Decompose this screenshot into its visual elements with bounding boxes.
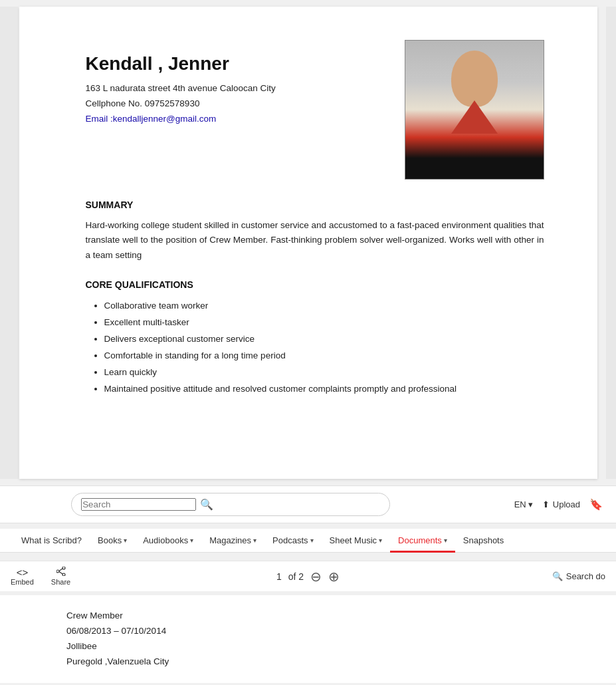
tab-label: Snapshots	[463, 535, 504, 545]
scribd-navbar: 🔍 EN ▾ ⬆ Upload 🔖	[0, 485, 616, 523]
search-doc-label: Search do	[566, 571, 605, 581]
page-controls: 1 of 2 ⊖ ⊕	[276, 570, 340, 583]
embed-label: Embed	[11, 578, 34, 586]
language-selector[interactable]: EN ▾	[514, 499, 533, 509]
svg-point-2	[56, 570, 59, 573]
tab-magazines[interactable]: Magazines ▾	[201, 529, 264, 552]
embed-icon: <>	[17, 567, 29, 578]
search-container: 🔍	[71, 493, 390, 516]
tab-snapshots[interactable]: Snapshots	[455, 529, 512, 552]
tab-podcasts[interactable]: Podcasts ▾	[264, 529, 321, 552]
photo-inner	[405, 41, 544, 179]
zoom-out-button[interactable]: ⊖	[310, 570, 322, 583]
chevron-down-icon: ▾	[528, 499, 533, 509]
tab-label: Magazines	[209, 535, 251, 545]
search-input[interactable]	[81, 498, 196, 511]
core-qualifications-section: CORE QUALIFICATIONS Collaborative team w…	[86, 279, 544, 398]
job-dates: 06/08/2013 – 07/10/2014	[66, 624, 550, 639]
chevron-down-icon: ▾	[253, 537, 257, 544]
search-bar[interactable]: 🔍	[71, 493, 390, 516]
tab-what-is-scribd[interactable]: What is Scribd?	[13, 529, 90, 552]
tab-label: Podcasts	[272, 535, 308, 545]
bookmark-icon[interactable]: 🔖	[589, 498, 603, 511]
job-company: Jollibee	[66, 639, 550, 654]
svg-point-0	[62, 567, 65, 569]
shadow-left	[0, 7, 18, 492]
chevron-down-icon: ▾	[310, 537, 314, 544]
nav-tabs-bar: What is Scribd? Books ▾ Audiobooks ▾ Mag…	[0, 529, 616, 553]
upload-arrow-icon: ⬆	[542, 499, 550, 509]
chevron-down-icon: ▾	[124, 537, 127, 544]
tab-label: Audiobooks	[143, 535, 188, 545]
name-contact: Kendall , Jenner 163 L nadurata street 4…	[86, 40, 385, 127]
document-area: Kendall , Jenner 163 L nadurata street 4…	[19, 7, 597, 479]
address-line: 163 L nadurata street 4th avenue Calooca…	[86, 81, 385, 96]
embed-button[interactable]: <> Embed	[11, 567, 34, 586]
search-icon[interactable]: 🔍	[200, 498, 213, 511]
list-item: Comfortable in standing for a long time …	[104, 348, 544, 364]
zoom-in-button[interactable]: ⊕	[328, 570, 340, 583]
chevron-down-icon: ▾	[379, 537, 382, 544]
navbar-right: EN ▾ ⬆ Upload 🔖	[514, 498, 603, 511]
profile-photo	[405, 40, 544, 180]
list-item: Maintained positive attitude and resolve…	[104, 381, 544, 398]
job-location: Puregold ,Valenzuela City	[66, 654, 550, 670]
tab-label: What is Scribd?	[21, 535, 82, 545]
job-role: Crew Member	[66, 609, 550, 624]
tab-audiobooks[interactable]: Audiobooks ▾	[135, 529, 201, 552]
header-section: Kendall , Jenner 163 L nadurata street 4…	[86, 40, 544, 180]
upload-button[interactable]: ⬆ Upload	[542, 499, 580, 509]
lang-label: EN	[514, 499, 526, 509]
summary-title: SUMMARY	[86, 200, 544, 210]
shadow-right	[606, 7, 616, 492]
search-document-button[interactable]: 🔍 Search do	[552, 571, 605, 581]
svg-point-1	[62, 573, 65, 576]
svg-line-4	[59, 572, 62, 575]
upload-label: Upload	[553, 499, 580, 509]
tab-label: Books	[98, 535, 122, 545]
page2-preview: Crew Member 06/08/2013 – 07/10/2014 Joll…	[0, 595, 616, 683]
list-item: Collaborative team worker	[104, 298, 544, 315]
tab-books[interactable]: Books ▾	[90, 529, 135, 552]
tab-sheet-music[interactable]: Sheet Music ▾	[322, 529, 391, 552]
list-item: Learn quickly	[104, 364, 544, 381]
share-icon	[56, 567, 66, 578]
summary-section: SUMMARY Hard-working college student ski…	[86, 200, 544, 263]
cellphone-line: Cellphone No. 09752578930	[86, 96, 385, 112]
chevron-down-icon: ▾	[190, 537, 193, 544]
search-doc-icon: 🔍	[552, 571, 563, 581]
bottom-toolbar: <> Embed Share 1 of 2 ⊖ ⊕ 🔍 Search do	[0, 561, 616, 591]
share-label: Share	[51, 578, 70, 586]
email-link[interactable]: Email :kendalljenner@gmail.com	[86, 114, 217, 124]
list-item: Delivers exceptional customer service	[104, 331, 544, 348]
person-address: 163 L nadurata street 4th avenue Calooca…	[86, 81, 385, 127]
tab-label: Sheet Music	[330, 535, 377, 545]
svg-line-3	[59, 569, 62, 571]
job-entry: Crew Member 06/08/2013 – 07/10/2014 Joll…	[66, 609, 550, 670]
page-separator: of 2	[288, 571, 304, 582]
list-item: Excellent multi-tasker	[104, 315, 544, 331]
summary-text: Hard-working college student skilled in …	[86, 218, 544, 263]
person-name: Kendall , Jenner	[86, 53, 385, 74]
tab-documents[interactable]: Documents ▾	[390, 529, 455, 552]
page-current: 1	[276, 571, 282, 582]
qualifications-title: CORE QUALIFICATIONS	[86, 279, 544, 290]
chevron-down-icon: ▾	[444, 537, 447, 544]
share-button[interactable]: Share	[51, 567, 70, 586]
tab-label: Documents	[398, 535, 442, 545]
qualifications-list: Collaborative team worker Excellent mult…	[86, 298, 544, 398]
